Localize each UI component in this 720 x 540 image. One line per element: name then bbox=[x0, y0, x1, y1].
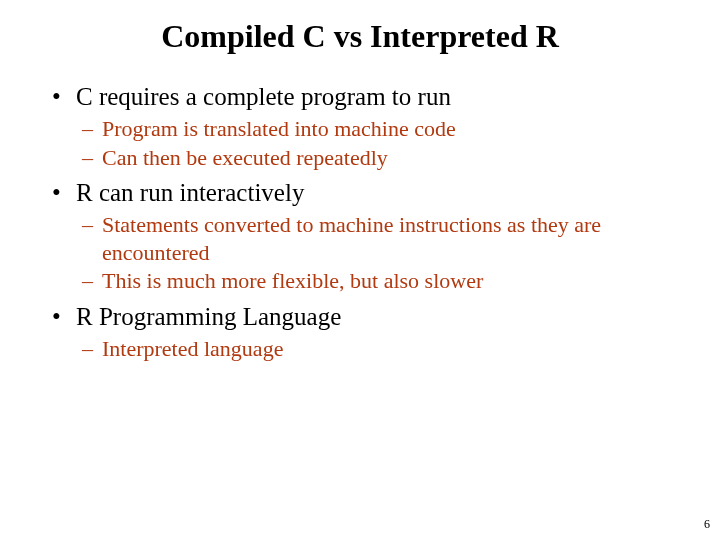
list-item: C requires a complete program to run Pro… bbox=[50, 83, 680, 171]
list-item: This is much more flexible, but also slo… bbox=[82, 267, 680, 295]
bullet-text: R can run interactively bbox=[76, 179, 304, 206]
slide-title: Compiled C vs Interpreted R bbox=[40, 18, 680, 55]
sublist: Interpreted language bbox=[76, 335, 680, 363]
slide: Compiled C vs Interpreted R C requires a… bbox=[0, 0, 720, 540]
list-item: Program is translated into machine code bbox=[82, 115, 680, 143]
bullet-text: C requires a complete program to run bbox=[76, 83, 451, 110]
bullet-list: C requires a complete program to run Pro… bbox=[40, 83, 680, 362]
list-item: Statements converted to machine instruct… bbox=[82, 211, 680, 266]
list-item: Interpreted language bbox=[82, 335, 680, 363]
sublist: Program is translated into machine code … bbox=[76, 115, 680, 171]
sublist: Statements converted to machine instruct… bbox=[76, 211, 680, 295]
list-item: Can then be executed repeatedly bbox=[82, 144, 680, 172]
list-item: R can run interactively Statements conve… bbox=[50, 179, 680, 295]
page-number: 6 bbox=[704, 517, 710, 532]
list-item: R Programming Language Interpreted langu… bbox=[50, 303, 680, 363]
bullet-text: R Programming Language bbox=[76, 303, 341, 330]
